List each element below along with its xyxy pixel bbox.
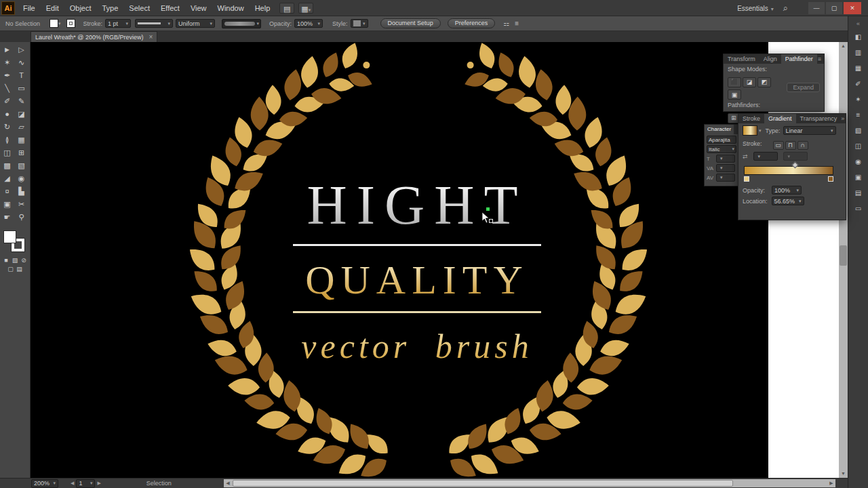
workspace-switcher[interactable]: Essentials▾ [737, 5, 774, 12]
minimize-button[interactable]: — [808, 2, 825, 14]
heading[interactable]: HIGHT [48, 178, 768, 233]
gradient-within-stroke-icon[interactable]: ▭ [773, 141, 784, 150]
eraser-tool[interactable]: ◪ [14, 108, 28, 121]
menu-item[interactable]: Type [97, 0, 124, 16]
search-icon[interactable]: ⌕ [783, 3, 788, 14]
expand-panels-icon[interactable]: « [848, 16, 868, 33]
tab-stroke[interactable]: Stroke [738, 114, 764, 123]
screen-mode-button[interactable]: ▤ [15, 265, 24, 274]
horizontal-scrollbar-track[interactable] [232, 479, 827, 487]
rotate-tool[interactable]: ↻ [0, 121, 14, 134]
control-panel-menu-icon[interactable]: ≡ [515, 20, 519, 27]
artwork-text-block[interactable]: HIGHT QUALITY vector brush [48, 178, 768, 363]
pasteboard[interactable]: HIGHT QUALITY vector brush [31, 42, 839, 478]
color-button[interactable]: ■ [2, 256, 11, 265]
subheading[interactable]: QUALITY [48, 260, 768, 300]
reverse-gradient-icon[interactable]: ⇄ [743, 153, 748, 160]
uniform-select[interactable]: Uniform▾ [176, 19, 215, 28]
gradient-button[interactable]: ▧ [11, 256, 20, 265]
scroll-right-icon[interactable]: ▶ [827, 481, 835, 486]
scale-tool[interactable]: ▱ [14, 121, 28, 134]
magic-wand-tool[interactable]: ✶ [0, 56, 14, 69]
gradient-type-select[interactable]: Linear▾ [783, 126, 836, 135]
layers-panel-icon[interactable]: ▤ [853, 188, 864, 198]
artboards-panel-icon[interactable]: ▭ [853, 204, 864, 214]
tracking-field[interactable]: ▾ [716, 174, 735, 182]
menu-item[interactable]: Edit [41, 0, 64, 16]
align-options-icon[interactable]: ⚏ [503, 20, 509, 27]
stroke-panel-icon[interactable]: ≡ [853, 110, 864, 120]
color-panel-icon[interactable]: ◧ [853, 33, 864, 42]
divider-rule-top[interactable] [293, 244, 541, 246]
previous-artboard-icon[interactable]: ◀ [71, 481, 74, 486]
gradient-stop-start[interactable] [744, 176, 749, 182]
maximize-button[interactable]: ▢ [826, 2, 842, 14]
width-tool[interactable]: ≬ [0, 134, 14, 146]
application-layout-icon[interactable]: ▦▾ [298, 3, 313, 14]
stroke-weight-field[interactable]: 1 pt▾ [105, 19, 131, 28]
tab-gradient[interactable]: Gradient [764, 114, 796, 123]
close-button[interactable]: ✕ [844, 2, 861, 14]
selection-tool[interactable]: ► [0, 43, 14, 56]
lasso-tool[interactable]: ∿ [14, 56, 28, 69]
symbol-sprayer-tool[interactable]: ¤ [0, 185, 14, 198]
vertical-scrollbar[interactable]: ▲ ▼ [839, 42, 848, 478]
scroll-left-icon[interactable]: ◀ [224, 481, 232, 486]
zoom-tool[interactable]: ⚲ [14, 211, 28, 224]
variable-width-profile-select[interactable]: ▾ [135, 19, 173, 28]
gradient-bar[interactable] [744, 166, 833, 175]
color-guide-panel-icon[interactable]: ▥ [853, 48, 864, 58]
tab-character[interactable]: Character [705, 125, 734, 134]
column-graph-tool[interactable]: ▙ [14, 185, 28, 198]
artboard[interactable]: HIGHT QUALITY vector brush [31, 42, 768, 478]
horizontal-scrollbar-thumb[interactable] [233, 480, 733, 487]
menu-item[interactable]: Window [212, 0, 250, 16]
scroll-down-icon[interactable]: ▼ [839, 470, 848, 478]
gradient-opacity-field[interactable]: 100%▾ [772, 186, 802, 195]
symbols-panel-icon[interactable]: ✶ [853, 95, 864, 104]
rectangle-tool[interactable]: ▭ [14, 82, 28, 95]
minus-front-icon[interactable]: ◪ [743, 77, 756, 87]
blend-tool[interactable]: ◉ [14, 172, 28, 185]
document-setup-button[interactable]: Document Setup [380, 18, 441, 28]
pencil-tool[interactable]: ✎ [14, 95, 28, 108]
none-button[interactable]: ⊘ [20, 256, 28, 265]
gradient-location-field[interactable]: 56.65%▾ [772, 197, 804, 205]
transparency-panel-icon[interactable]: ◫ [853, 142, 864, 151]
gradient-angle-field[interactable]: ▾ [753, 152, 778, 161]
zoom-level-select[interactable]: 200%▾ [31, 479, 58, 488]
fill-color-proxy[interactable] [3, 230, 16, 243]
menu-item[interactable]: Effect [155, 0, 185, 16]
menu-item[interactable]: Select [123, 0, 155, 16]
exclude-icon[interactable]: ▣ [728, 89, 741, 100]
menu-item[interactable]: View [185, 0, 212, 16]
font-family-field[interactable]: Aparajita [707, 136, 736, 144]
style-select[interactable]: ▾ [351, 19, 368, 28]
type-tool[interactable]: T [14, 69, 28, 82]
tab-transform[interactable]: Transform [724, 54, 760, 64]
preferences-button[interactable]: Preferences [448, 18, 496, 28]
horizontal-scrollbar[interactable]: ◀ ▶ [224, 479, 835, 487]
menu-item[interactable]: Object [64, 0, 97, 16]
gradient-slider[interactable] [744, 166, 840, 184]
gradient-tool[interactable]: ▧ [14, 159, 28, 172]
hand-tool[interactable]: ☛ [0, 211, 14, 224]
vertical-scrollbar-thumb[interactable] [840, 245, 847, 266]
brushes-panel-icon[interactable]: ✐ [853, 79, 864, 89]
stroke-swatch[interactable] [66, 19, 75, 28]
gradient-aspect-ratio-field[interactable]: ▾ [783, 152, 808, 161]
free-transform-tool[interactable]: ▦ [14, 134, 28, 146]
kerning-field[interactable]: ▾ [716, 164, 735, 172]
direct-selection-tool[interactable]: ▷ [14, 43, 28, 56]
line-segment-tool[interactable]: ╲ [0, 82, 14, 95]
shape-builder-tool[interactable]: ◫ [0, 146, 14, 159]
artboard-navigation-field[interactable]: 1▾ [76, 479, 95, 488]
unite-icon[interactable]: ⬛ [728, 77, 741, 87]
font-style-field[interactable]: Italic▾ [707, 145, 736, 153]
swatches-panel-icon[interactable]: ▦ [853, 64, 864, 73]
arrange-documents-icon[interactable]: ▤ [279, 3, 294, 14]
menu-item[interactable]: Help [250, 0, 276, 16]
gradient-panel-icon[interactable]: ▧ [853, 126, 864, 136]
divider-rule-bottom[interactable] [293, 311, 541, 313]
collapse-panel-icon[interactable]: » [841, 115, 847, 122]
